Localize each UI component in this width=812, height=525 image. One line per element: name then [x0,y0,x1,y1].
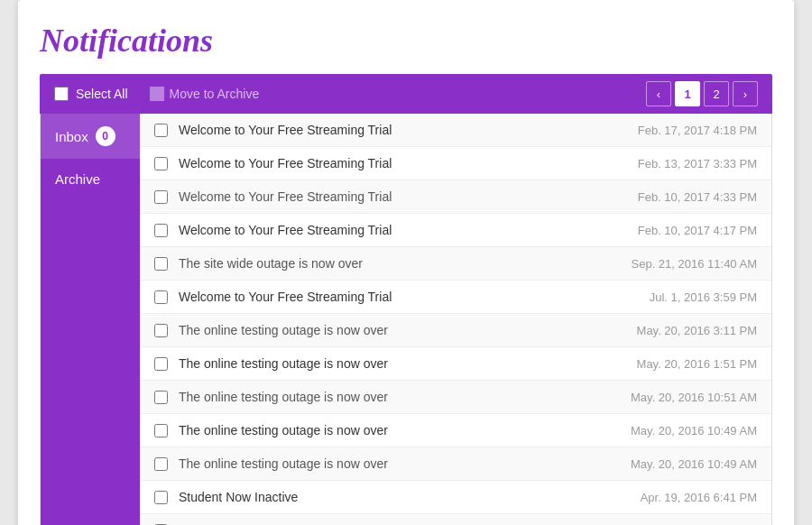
page-1-button[interactable]: 1 [675,81,700,106]
notification-row: Welcome to Your Free Streaming TrialFeb.… [140,180,771,214]
notification-row: Due Date Approaching for Student WorkMar… [140,514,771,525]
archive-icon [150,87,164,101]
notification-checkbox[interactable] [154,457,168,471]
notification-row: The online testing outage is now overMay… [140,414,771,447]
notification-text: The site wide outage is now over [179,256,621,271]
page-title: Notifications [40,22,772,60]
inbox-badge: 0 [96,126,115,146]
notification-row: Welcome to Your Free Streaming TrialFeb.… [140,214,771,247]
main-content: Select All Move to Archive ‹ 1 2 › Inbox [40,74,772,525]
select-all-label[interactable]: Select All [54,87,128,101]
sidebar-item-archive[interactable]: Archive [41,159,140,199]
notification-row: Welcome to Your Free Streaming TrialJul.… [140,281,771,314]
select-all-text: Select All [76,87,128,101]
notification-text: Welcome to Your Free Streaming Trial [179,123,627,137]
notification-row: Student Now InactiveApr. 19, 2016 6:41 P… [140,481,771,514]
app-container: Notifications Select All Move to Archive… [18,0,794,525]
sidebar-item-inbox[interactable]: Inbox 0 [41,114,140,159]
toolbar: Select All Move to Archive ‹ 1 2 › [40,74,772,114]
notification-checkbox[interactable] [154,224,168,237]
notification-checkbox[interactable] [154,391,168,404]
notification-row: The site wide outage is now overSep. 21,… [140,247,771,281]
notification-row: The online testing outage is now overMay… [140,347,771,381]
notification-row: Welcome to Your Free Streaming TrialFeb.… [140,114,771,147]
notification-date: May. 20, 2016 10:49 AM [631,424,757,438]
body-area: Inbox 0 Archive Welcome to Your Free Str… [40,114,772,525]
notification-text: The online testing outage is now over [179,323,626,337]
notification-checkbox[interactable] [154,424,168,438]
notification-date: May. 20, 2016 3:11 PM [637,324,757,337]
notification-text: Welcome to Your Free Streaming Trial [179,189,627,204]
notification-checkbox[interactable] [154,124,168,137]
notification-checkbox[interactable] [154,190,168,204]
notification-checkbox[interactable] [154,257,168,271]
archive-button[interactable]: Move to Archive [150,87,260,101]
notification-text: The online testing outage is now over [179,356,626,371]
notification-checkbox[interactable] [154,290,168,304]
archive-label: Move to Archive [170,87,260,101]
notification-row: Welcome to Your Free Streaming TrialFeb.… [140,147,771,180]
notification-checkbox[interactable] [154,157,168,170]
notification-text: The online testing outage is now over [179,423,620,438]
toolbar-left: Select All Move to Archive [54,87,646,101]
notification-date: Feb. 13, 2017 3:33 PM [638,157,757,170]
notification-text: Welcome to Your Free Streaming Trial [179,223,627,237]
select-all-checkbox[interactable] [54,87,69,101]
prev-page-button[interactable]: ‹ [646,81,671,106]
page-2-button[interactable]: 2 [704,81,729,106]
notification-date: May. 20, 2016 10:49 AM [631,457,757,471]
notification-text: The online testing outage is now over [179,456,620,471]
notification-row: The online testing outage is now overMay… [140,447,771,481]
notification-text: Welcome to Your Free Streaming Trial [179,290,639,304]
pagination: ‹ 1 2 › [646,81,758,106]
notification-text: Student Now Inactive [179,490,630,504]
notification-checkbox[interactable] [154,491,168,504]
notification-date: Apr. 19, 2016 6:41 PM [641,491,757,504]
notification-date: Sep. 21, 2016 11:40 AM [632,257,758,271]
notification-checkbox[interactable] [154,357,168,371]
archive-label-sidebar: Archive [55,171,100,187]
notification-date: Feb. 10, 2017 4:33 PM [638,190,757,204]
notification-date: Jul. 1, 2016 3:59 PM [650,290,757,304]
sidebar: Inbox 0 Archive [41,114,140,525]
notification-row: The online testing outage is now overMay… [140,381,771,414]
notification-row: The online testing outage is now overMay… [140,314,771,347]
notification-text: The online testing outage is now over [179,390,620,404]
notification-date: May. 20, 2016 1:51 PM [637,357,757,371]
notifications-list: Welcome to Your Free Streaming TrialFeb.… [140,114,771,525]
notification-date: Feb. 10, 2017 4:17 PM [638,224,757,237]
notification-date: Feb. 17, 2017 4:18 PM [638,124,757,137]
notification-checkbox[interactable] [154,324,168,337]
next-page-button[interactable]: › [733,81,758,106]
notification-text: Welcome to Your Free Streaming Trial [179,156,627,170]
inbox-label: Inbox [55,129,88,144]
notification-date: May. 20, 2016 10:51 AM [631,391,757,404]
